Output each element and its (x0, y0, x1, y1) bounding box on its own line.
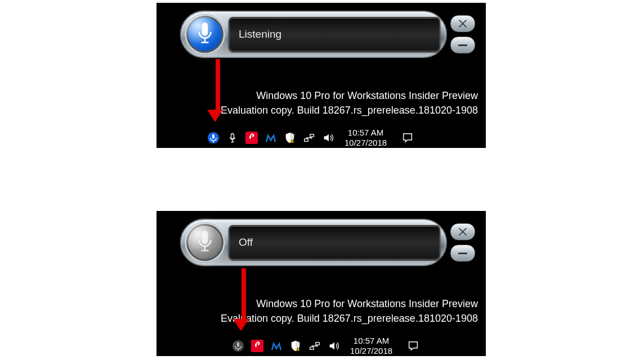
taskbar: 10:57 AM 10/27/2018 (156, 122, 486, 148)
speech-status-text: Off (239, 236, 253, 249)
speech-recognition-bar: Listening (180, 11, 447, 58)
tray-malwarebytes-icon[interactable] (265, 132, 277, 144)
tray-sound-icon[interactable] (328, 340, 340, 352)
tray-pinterest-icon[interactable] (245, 132, 258, 144)
speech-close-button[interactable] (450, 223, 475, 240)
tray-clock[interactable]: 10:57 AM 10/27/2018 (350, 336, 392, 356)
watermark-line1: Windows 10 Pro for Workstations Insider … (221, 296, 478, 311)
watermark-line1: Windows 10 Pro for Workstations Insider … (221, 88, 478, 103)
tray-network-icon[interactable] (303, 132, 315, 144)
tray-pinterest-icon[interactable] (251, 340, 263, 352)
tray-security-warning-icon[interactable] (284, 132, 296, 144)
tray-action-center-icon[interactable] (407, 340, 419, 352)
speech-close-button[interactable] (450, 15, 475, 32)
speech-status-text: Listening (239, 28, 281, 40)
tray-security-warning-icon[interactable] (289, 340, 302, 352)
screenshot-off: Off Windows 10 Pro for Workstations Insi… (156, 211, 486, 356)
tray-network-icon[interactable] (308, 340, 321, 352)
tray-action-center-icon[interactable] (401, 132, 414, 144)
tray-date: 10/27/2018 (345, 138, 387, 148)
watermark-line2: Evaluation copy. Build 18267.rs_prerelea… (221, 103, 478, 118)
tray-speech-icon-active[interactable] (207, 132, 220, 144)
speech-mic-button-active[interactable] (185, 14, 225, 55)
speech-minimize-button[interactable] (450, 37, 475, 53)
tray-speech-icon-inactive[interactable] (232, 340, 244, 352)
speech-recognition-bar: Off (180, 219, 447, 266)
speech-minimize-button[interactable] (450, 245, 475, 262)
tray-date: 10/27/2018 (350, 346, 392, 356)
tray-sound-icon[interactable] (322, 132, 334, 144)
watermark-line2: Evaluation copy. Build 18267.rs_prerelea… (221, 311, 478, 326)
tray-time: 10:57 AM (345, 128, 387, 138)
taskbar: 10:57 AM 10/27/2018 (156, 330, 486, 356)
tray-time: 10:57 AM (350, 336, 392, 346)
tray-malwarebytes-icon[interactable] (270, 340, 283, 352)
speech-status-display: Listening (229, 17, 440, 52)
tray-microphone-app-icon[interactable] (226, 132, 239, 144)
annotation-arrow (239, 268, 249, 331)
speech-mic-button-inactive[interactable] (185, 222, 225, 263)
speech-status-display: Off (229, 225, 440, 260)
annotation-arrow (213, 59, 223, 122)
screenshot-listening: Listening Windows 10 Pro for Workstation… (156, 3, 486, 148)
tray-clock[interactable]: 10:57 AM 10/27/2018 (345, 128, 387, 148)
